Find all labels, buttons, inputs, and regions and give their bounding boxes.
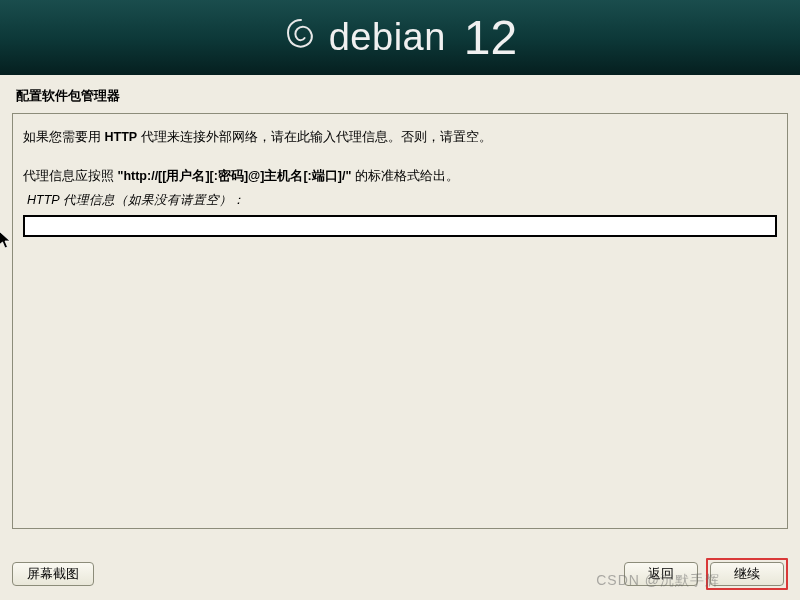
- desc2-part-a: 代理信息应按照: [23, 169, 117, 183]
- installer-header: debian 12: [0, 0, 800, 75]
- description-line-1: 如果您需要用 HTTP 代理来连接外部网络，请在此输入代理信息。否则，请置空。: [23, 128, 777, 147]
- debian-brand: debian 12: [283, 10, 518, 65]
- desc1-http: HTTP: [104, 130, 137, 144]
- http-proxy-input[interactable]: [23, 215, 777, 237]
- brand-version: 12: [464, 10, 517, 65]
- screenshot-button[interactable]: 屏幕截图: [12, 562, 94, 586]
- continue-highlight: 继续: [706, 558, 788, 590]
- debian-swirl-icon: [283, 16, 319, 60]
- page-title: 配置软件包管理器: [12, 75, 788, 113]
- description-line-2: 代理信息应按照 "http://[[用户名][:密码]@]主机名[:端口]/" …: [23, 167, 777, 186]
- desc2-format: "http://[[用户名][:密码]@]主机名[:端口]/": [117, 169, 351, 183]
- field-label: HTTP 代理信息（如果没有请置空）：: [27, 192, 777, 209]
- desc1-part-c: 代理来连接外部网络，请在此输入代理信息。否则，请置空。: [137, 130, 491, 144]
- back-button[interactable]: 返回: [624, 562, 698, 586]
- continue-button[interactable]: 继续: [710, 562, 784, 586]
- content-area: 配置软件包管理器 如果您需要用 HTTP 代理来连接外部网络，请在此输入代理信息…: [0, 75, 800, 600]
- mouse-cursor-icon: [0, 230, 12, 250]
- brand-name: debian: [329, 16, 446, 59]
- button-bar: 屏幕截图 返回 继续: [12, 558, 788, 590]
- desc2-part-c: 的标准格式给出。: [351, 169, 458, 183]
- config-panel: 如果您需要用 HTTP 代理来连接外部网络，请在此输入代理信息。否则，请置空。 …: [12, 113, 788, 529]
- desc1-part-a: 如果您需要用: [23, 130, 104, 144]
